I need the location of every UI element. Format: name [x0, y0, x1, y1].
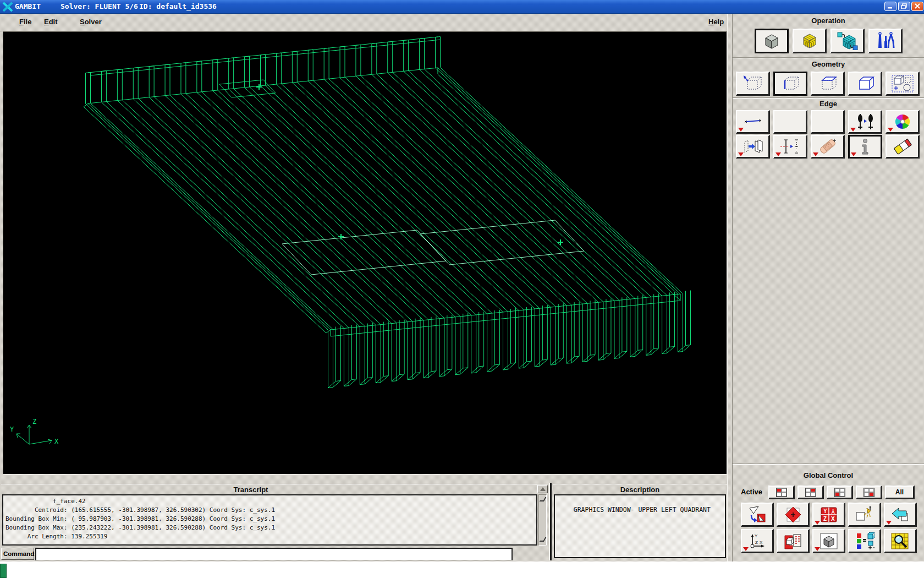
svg-text:X: X: [760, 540, 763, 545]
quadrant-bl-icon: [834, 488, 845, 497]
transcript-scrollbar[interactable]: [538, 494, 547, 546]
tools-icon: [876, 31, 895, 50]
close-button[interactable]: [911, 2, 923, 11]
geometry-group-button[interactable]: [886, 72, 920, 96]
menu-help[interactable]: Help: [708, 18, 724, 26]
panel-groove: [727, 14, 733, 561]
svg-text:Y: Y: [10, 426, 14, 433]
quadrant-bottom-left-button[interactable]: [827, 486, 853, 499]
undo-arrow-icon: [890, 506, 910, 523]
axis-triad-icon: Y Z X: [747, 532, 767, 550]
background-window-sliver: [0, 564, 7, 578]
svg-text:Z: Z: [755, 540, 758, 545]
color-map-icon: [855, 532, 875, 550]
svg-text:Z: Z: [823, 516, 827, 522]
quadrant-top-left-button[interactable]: [768, 486, 795, 499]
wireframe-model: ZXY: [3, 32, 727, 475]
close-icon: [914, 3, 921, 9]
edge-info-button[interactable]: [848, 135, 882, 159]
layout-form-icon: [784, 532, 802, 550]
split-edge-icon: [780, 138, 801, 155]
desktop-background: [0, 561, 924, 578]
description-header: Description: [553, 484, 727, 494]
restore-button[interactable]: [898, 2, 910, 11]
transcript-scroll-up-button[interactable]: [537, 485, 548, 493]
volume-cube-icon: [854, 75, 876, 92]
operation-zones-button[interactable]: [831, 29, 865, 53]
edge-color-button[interactable]: [886, 110, 920, 134]
orient-grid-icon: Y Y Z X: [820, 506, 838, 523]
transcript-line: Bounding Box Max: (235.243222, -301.3989…: [6, 524, 536, 532]
operation-geometry-button[interactable]: [755, 29, 789, 53]
edge-heal-button[interactable]: [811, 135, 845, 159]
magnifier-grid-icon: [890, 532, 910, 550]
svg-text:Y: Y: [755, 533, 758, 538]
edge-blank-button-2[interactable]: [811, 110, 845, 134]
fit-icon: [748, 506, 767, 524]
edge-slide-button[interactable]: [736, 135, 770, 159]
orient-triad-button[interactable]: Y Z X: [741, 529, 774, 553]
description-title: Description: [620, 486, 660, 494]
specify-color-button[interactable]: [848, 529, 881, 553]
edge-create-button[interactable]: [736, 110, 770, 134]
quadrant-tl-icon: [776, 488, 787, 497]
eraser-icon: [892, 138, 913, 155]
transcript-log[interactable]: f_face.42 Centroid: (165.615555, -301.39…: [2, 494, 537, 546]
orient-axes-button[interactable]: Y Y Z X: [812, 503, 845, 527]
render-mode-button[interactable]: [812, 529, 845, 553]
edge-delete-button[interactable]: [886, 135, 920, 159]
geometry-face-button[interactable]: [811, 72, 845, 96]
menu-bar: File Edit Solver Help: [0, 14, 727, 31]
command-input[interactable]: [35, 548, 513, 560]
divider: [733, 57, 924, 58]
quadrant-all-button[interactable]: All: [885, 486, 915, 499]
zoom-select-button[interactable]: [777, 503, 810, 527]
description-text: GRAPHICS WINDOW- UPPER LEFT QUADRANT: [574, 506, 711, 514]
operation-tools-button[interactable]: [868, 29, 903, 53]
geometry-volume-button[interactable]: [848, 72, 882, 96]
slide-edge-icon: [742, 138, 764, 155]
examine-mesh-button[interactable]: [884, 529, 917, 553]
color-wheel-icon: [894, 113, 911, 130]
zones-cube-icon: [837, 31, 859, 50]
transcript-header: Transcript: [1, 484, 547, 494]
global-control-title: Global Control: [733, 471, 924, 479]
title-bar[interactable]: GAMBIT Solver: FLUENT 5/6 ID: default_id…: [0, 0, 924, 14]
quadrant-bottom-right-button[interactable]: [856, 486, 882, 499]
fit-to-window-button[interactable]: [741, 503, 774, 527]
geometry-vertex-button[interactable]: [736, 72, 770, 96]
info-icon: [860, 138, 871, 156]
edge-title: Edge: [733, 100, 924, 108]
transcript-line: Centroid: (165.615555, -301.398987, 326.…: [6, 506, 536, 515]
vertex-pair-icon: [854, 113, 876, 130]
group-icon: [891, 74, 914, 93]
gambit-window: GAMBIT Solver: FLUENT 5/6 ID: default_id…: [0, 0, 924, 561]
scroll-top-icon: [540, 497, 547, 501]
light-cube-icon: [855, 506, 875, 524]
screen-layout-button[interactable]: [777, 529, 810, 553]
divider: [733, 464, 924, 465]
cube-icon: [762, 32, 782, 50]
restore-icon: [901, 3, 908, 9]
command-label: Command:: [1, 548, 34, 560]
menu-file[interactable]: File: [19, 18, 31, 26]
geometry-edge-button[interactable]: [773, 72, 807, 96]
edge-blank-button-1[interactable]: [773, 110, 807, 134]
undo-button[interactable]: [884, 503, 917, 527]
operation-mesh-button[interactable]: [793, 29, 827, 53]
quadrant-top-right-button[interactable]: [798, 486, 824, 499]
svg-text:Y: Y: [831, 508, 835, 514]
menu-solver[interactable]: Solver: [80, 18, 102, 26]
menu-edit[interactable]: Edit: [44, 18, 58, 26]
edge-split-button[interactable]: [773, 135, 807, 159]
render-light-button[interactable]: [848, 503, 881, 527]
graphics-viewport[interactable]: ZXY: [3, 31, 727, 475]
svg-text:X: X: [831, 516, 835, 522]
solver-label: Solver: FLUENT 5/6: [61, 2, 138, 10]
minimize-button[interactable]: [884, 2, 897, 11]
diamond-icon: [784, 506, 802, 524]
line-segment-icon: [743, 115, 763, 128]
transcript-title: Transcript: [234, 486, 268, 494]
edge-connect-button[interactable]: [848, 110, 882, 134]
app-title: GAMBIT: [15, 2, 41, 10]
